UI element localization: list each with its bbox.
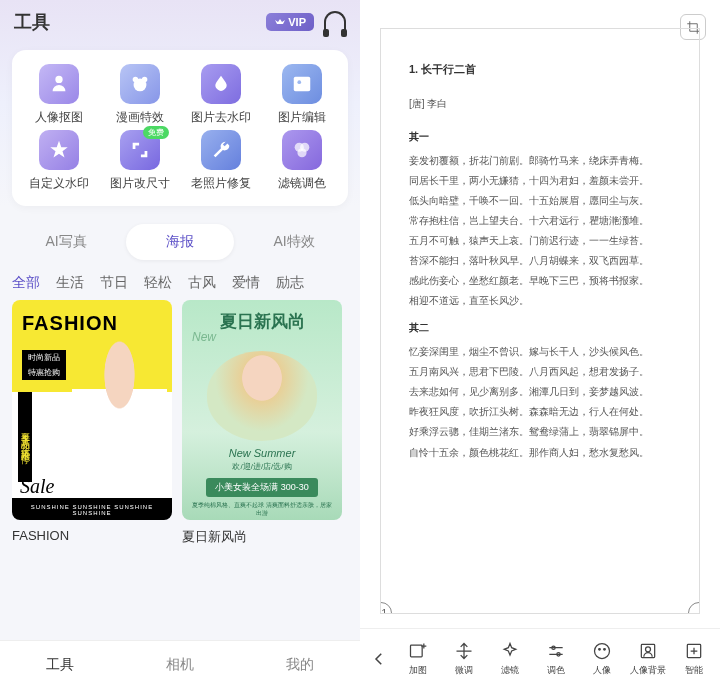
svg-point-11 [595, 643, 610, 658]
card-caption: 夏日新风尚 [182, 528, 342, 546]
tool-filter-color[interactable]: 滤镜调色 [263, 130, 341, 192]
cat-life[interactable]: 生活 [56, 274, 84, 292]
tools-panel: 人像抠图 漫画特效 图片去水印 图片编辑 自定义水印 免费图片改尺寸 老照片修复… [12, 50, 348, 206]
cat-all[interactable]: 全部 [12, 274, 40, 292]
doc-line: 低头向暗壁，千唤不一回。十五始展眉，愿同尘与灰。 [409, 192, 671, 210]
nav-camera[interactable]: 相机 [120, 641, 240, 688]
person-icon [48, 73, 70, 95]
document-canvas[interactable]: 1. 长干行二首 [唐] 李白 其一 妾发初覆额，折花门前剧。郎骑竹马来，绕床弄… [380, 28, 700, 614]
wrench-icon [210, 139, 232, 161]
cat-love[interactable]: 爱情 [232, 274, 260, 292]
nav-tools[interactable]: 工具 [0, 641, 120, 688]
svg-point-7 [297, 148, 306, 157]
doc-line: 五月不可触，猿声天上哀。门前迟行迹，一一生绿苔。 [409, 232, 671, 250]
tab-poster[interactable]: 海报 [126, 224, 234, 260]
page-title: 工具 [14, 10, 50, 34]
svg-rect-8 [411, 645, 423, 657]
tabs: AI写真 海报 AI特效 [12, 224, 348, 260]
model-image [207, 351, 317, 441]
doc-line: 五月南风兴，思君下巴陵。八月西风起，想君发扬子。 [409, 363, 671, 381]
editor-toolbar: 加图 微调 滤镜 调色 人像 人像背景 智能 [360, 628, 720, 688]
corner-expand[interactable]: ⤢ [688, 602, 700, 614]
tool-restore-photo[interactable]: 老照片修复 [182, 130, 260, 192]
tool-portrait-bg[interactable]: 人像背景 [626, 641, 670, 677]
card-title: FASHION [22, 312, 118, 335]
template-card-summer[interactable]: 夏日新风尚 New New Summer 欢/迎/进/店/选/购 小美女装全场满… [182, 300, 342, 546]
magic-icon [684, 641, 704, 661]
tab-ai-portrait[interactable]: AI写真 [12, 224, 120, 260]
doc-line: 苔深不能扫，落叶秋风早。八月胡蝶来，双飞西园草。 [409, 252, 671, 270]
doc-line: 相迎不道远，直至长风沙。 [409, 292, 671, 310]
back-button[interactable] [364, 650, 394, 668]
sparkle-icon [500, 641, 520, 661]
svg-point-4 [297, 80, 301, 84]
doc-line: 去来悲如何，见少离别多。湘潭几日到，妾梦越风波。 [409, 383, 671, 401]
model-image [72, 340, 167, 480]
move-icon [454, 641, 474, 661]
tool-smart[interactable]: 智能 [672, 641, 716, 677]
free-badge: 免费 [143, 126, 169, 139]
tool-custom-watermark[interactable]: 自定义水印 [20, 130, 98, 192]
tool-resize[interactable]: 免费图片改尺寸 [101, 130, 179, 192]
sliders-icon [546, 641, 566, 661]
doc-author: [唐] 李白 [409, 94, 671, 113]
template-card-fashion[interactable]: FASHION 时尚新品 特惠抢购 夏季上新品·优惠抢不停 Sale SUNSH… [12, 300, 172, 546]
image-icon [291, 73, 313, 95]
cat-motivation[interactable]: 励志 [276, 274, 304, 292]
vip-badge[interactable]: VIP [266, 13, 314, 31]
tool-remove-watermark[interactable]: 图片去水印 [182, 64, 260, 126]
tool-fine-tune[interactable]: 微调 [442, 641, 486, 677]
palette-icon [291, 139, 313, 161]
cat-festival[interactable]: 节日 [100, 274, 128, 292]
svg-rect-3 [293, 77, 310, 92]
droplet-icon [210, 73, 232, 95]
tool-portrait[interactable]: 人像 [580, 641, 624, 677]
corner-add[interactable]: +1 [380, 602, 392, 614]
tool-comic-effect[interactable]: 漫画特效 [101, 64, 179, 126]
category-row: 全部 生活 节日 轻松 古风 爱情 励志 [0, 260, 360, 300]
doc-line: 同居长干里，两小无嫌猜，十四为君妇，羞颜未尝开。 [409, 172, 671, 190]
cat-classic[interactable]: 古风 [188, 274, 216, 292]
face-icon [592, 641, 612, 661]
resize-icon [129, 139, 151, 161]
tool-portrait-cutout[interactable]: 人像抠图 [20, 64, 98, 126]
svg-point-12 [599, 648, 601, 650]
doc-line: 感此伤妾心，坐愁红颜老。早晚下三巴，预将书报家。 [409, 272, 671, 290]
portrait-bg-icon [638, 641, 658, 661]
svg-point-15 [646, 646, 651, 651]
bottom-nav: 工具 相机 我的 [0, 640, 360, 688]
doc-line: 常存抱柱信，岂上望夫台。十六君远行，瞿塘滟滪堆。 [409, 212, 671, 230]
crown-icon [274, 17, 286, 27]
svg-point-2 [133, 79, 146, 92]
tool-color[interactable]: 调色 [534, 641, 578, 677]
doc-title: 1. 长干行二首 [409, 59, 671, 80]
bear-icon [129, 73, 151, 95]
tool-filter[interactable]: 滤镜 [488, 641, 532, 677]
svg-point-13 [604, 648, 606, 650]
card-caption: FASHION [12, 528, 172, 543]
doc-line: 妾发初覆额，折花门前剧。郎骑竹马来，绕床弄青梅。 [409, 152, 671, 170]
chevron-left-icon [370, 650, 388, 668]
star-icon [48, 139, 70, 161]
nav-profile[interactable]: 我的 [240, 641, 360, 688]
doc-line: 好乘浮云骢，佳期兰渚东。鸳鸯绿蒲上，翡翠锦屏中。 [409, 423, 671, 441]
cat-relax[interactable]: 轻松 [144, 274, 172, 292]
add-image-icon [408, 641, 428, 661]
doc-line: 自怜十五余，颜色桃花红。那作商人妇，愁水复愁风。 [409, 444, 671, 462]
headset-icon[interactable] [324, 11, 346, 33]
tool-add-image[interactable]: 加图 [396, 641, 440, 677]
doc-line: 忆妾深闺里，烟尘不曾识。嫁与长干人，沙头候风色。 [409, 343, 671, 361]
tab-ai-effect[interactable]: AI特效 [240, 224, 348, 260]
doc-line: 昨夜狂风度，吹折江头树。森森暗无边，行人在何处。 [409, 403, 671, 421]
tool-image-edit[interactable]: 图片编辑 [263, 64, 341, 126]
